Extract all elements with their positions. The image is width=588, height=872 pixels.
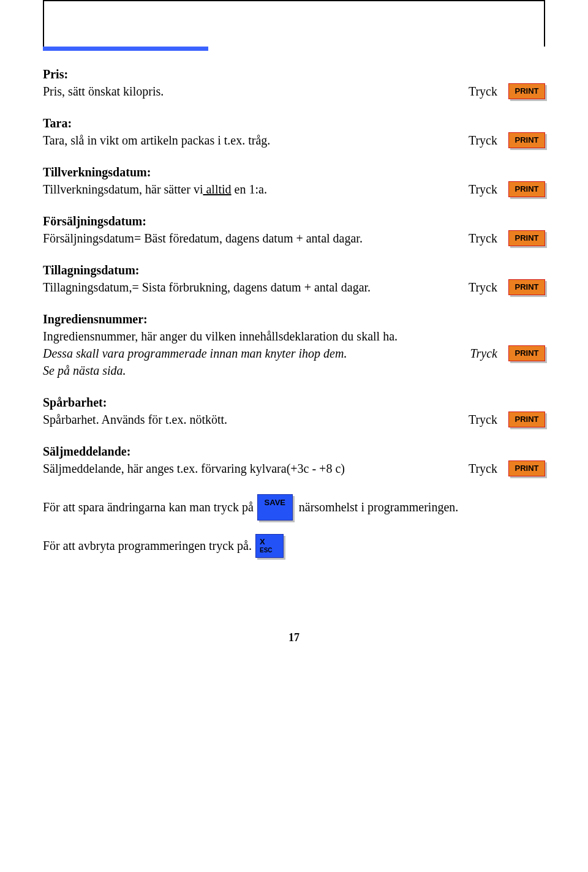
heading-ingrediensnummer: Ingrediensnummer: <box>43 312 148 326</box>
header-box <box>43 0 545 47</box>
esc-label: ESC <box>260 547 279 555</box>
section-tillverkningsdatum: Tillverkningsdatum: Tillverkningsdatum, … <box>43 164 545 198</box>
section-pris: Pris: Pris, sätt önskat kilopris. Tryck … <box>43 66 545 100</box>
section-tara: Tara: Tara, slå in vikt om artikeln pack… <box>43 115 545 149</box>
esc-button[interactable]: X ESC <box>255 534 284 558</box>
print-button[interactable]: PRINT <box>508 412 545 427</box>
section-ingrediensnummer: Ingrediensnummer: Ingrediensnummer, här … <box>43 310 545 379</box>
tillverk-post: en 1:a. <box>232 182 267 196</box>
save-post-text: närsomhelst i programmeringen. <box>293 500 462 514</box>
tryck-label: Tryck <box>454 231 508 246</box>
footer: För att spara ändringarna kan man tryck … <box>43 494 545 558</box>
heading-pris: Pris: <box>43 67 68 81</box>
section-tillagningsdatum: Tillagningsdatum: Tillagningsdatum,= Sis… <box>43 261 545 296</box>
section-sparbarhet: Spårbarhet: Spårbarhet. Används för t.ex… <box>43 394 545 428</box>
ingred-line1: Ingrediensnummer, här anger du vilken in… <box>43 329 398 344</box>
save-button[interactable]: SAVE <box>257 494 293 521</box>
ingred-line2: Dessa skall vara programmerade innan man… <box>43 347 454 361</box>
esc-pre-text: För att avbryta programmeringen tryck på… <box>43 539 255 553</box>
esc-x-label: X <box>260 537 279 547</box>
body-pris: Pris, sätt önskat kilopris. <box>43 85 454 99</box>
tryck-label: Tryck <box>454 462 508 476</box>
body-tara: Tara, slå in vikt om artikeln packas i t… <box>43 133 454 148</box>
tryck-label: Tryck <box>454 413 508 427</box>
heading-forsaljningsdatum: Försäljningsdatum: <box>43 214 146 228</box>
print-button[interactable]: PRINT <box>508 181 545 197</box>
body-tillagningsdatum: Tillagningsdatum,= Sista förbrukning, da… <box>43 280 454 295</box>
tillverk-underline: alltid <box>203 182 231 196</box>
heading-tillverkningsdatum: Tillverkningsdatum: <box>43 165 151 179</box>
print-button[interactable]: PRINT <box>508 230 545 246</box>
save-pre-text: För att spara ändringarna kan man tryck … <box>43 500 257 514</box>
tillverk-pre: Tillverkningsdatum, här sätter vi <box>43 182 203 196</box>
body-saljmeddelande: Säljmeddelande, här anges t.ex. förvarin… <box>43 462 454 476</box>
heading-sparbarhet: Spårbarhet: <box>43 396 107 410</box>
tryck-label: Tryck <box>454 133 508 148</box>
heading-tara: Tara: <box>43 116 72 130</box>
print-button[interactable]: PRINT <box>508 279 545 295</box>
tryck-label: Tryck <box>454 280 508 295</box>
accent-bar <box>43 47 208 51</box>
print-button[interactable]: PRINT <box>508 83 545 99</box>
body-sparbarhet: Spårbarhet. Används för t.ex. nötkött. <box>43 413 454 427</box>
ingred-line3: Se på nästa sida. <box>43 364 126 378</box>
body-forsaljningsdatum: Försäljningsdatum= Bäst föredatum, dagen… <box>43 231 454 246</box>
section-forsaljningsdatum: Försäljningsdatum: Försäljningsdatum= Bä… <box>43 212 545 247</box>
tryck-label: Tryck <box>454 347 508 361</box>
print-button[interactable]: PRINT <box>508 460 545 476</box>
body-tillverkningsdatum: Tillverkningsdatum, här sätter vi alltid… <box>43 182 454 197</box>
section-saljmeddelande: Säljmeddelande: Säljmeddelande, här ange… <box>43 443 545 477</box>
print-button[interactable]: PRINT <box>508 132 545 148</box>
heading-tillagningsdatum: Tillagningsdatum: <box>43 263 139 277</box>
heading-saljmeddelande: Säljmeddelande: <box>43 445 130 459</box>
page-number: 17 <box>43 631 545 644</box>
tryck-label: Tryck <box>454 182 508 197</box>
tryck-label: Tryck <box>454 85 508 99</box>
print-button[interactable]: PRINT <box>508 345 545 361</box>
